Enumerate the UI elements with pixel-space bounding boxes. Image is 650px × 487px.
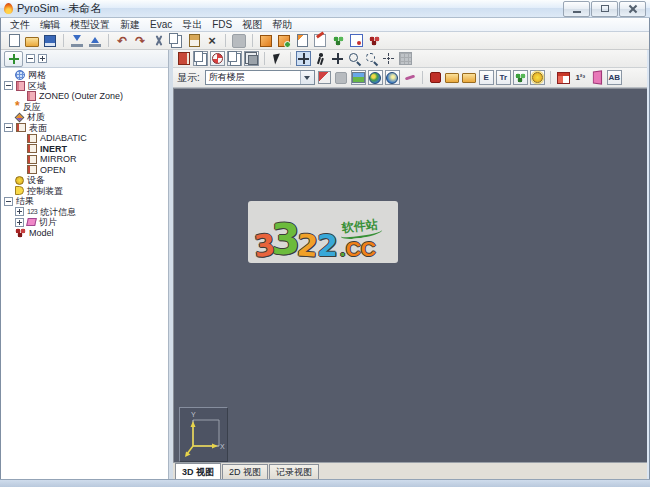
expand-icon[interactable] [15,218,24,227]
floor-filter-dropdown[interactable]: 所有楼层 [205,70,315,85]
tree-item-results[interactable]: 结果 [1,196,168,207]
delete-button[interactable]: × [204,33,220,49]
title-bar[interactable]: PyroSim - 未命名 [0,0,650,18]
tab-3d-view[interactable]: 3D 视图 [175,463,221,479]
door-button[interactable] [590,70,605,85]
tree-item-zones[interactable]: 区域 [1,81,168,92]
pinwheel-button[interactable] [210,51,225,66]
redo-button[interactable]: ↷ [132,33,148,49]
paint-button[interactable] [402,70,417,85]
clipboard-e-icon: E [484,73,489,82]
gray-disabled-icon [335,72,347,84]
orbit-tool-button[interactable] [296,51,311,66]
tree-item-inert[interactable]: INERT [1,144,168,155]
solid-view-button[interactable] [244,51,259,66]
tree-item-zone0[interactable]: ZONE0 (Outer Zone) [1,91,168,102]
molecule-button[interactable] [513,70,528,85]
zoom-tool-button[interactable] [347,51,362,66]
cut-button[interactable] [150,33,166,49]
bring-front-button[interactable] [227,51,242,66]
new-file-button[interactable] [6,33,22,49]
red-book-icon [178,52,190,65]
move-tool-button[interactable] [4,51,23,67]
collapse-icon[interactable] [4,81,13,90]
edit-floors-button[interactable] [317,70,332,85]
undo-button[interactable]: ↶ [114,33,130,49]
thread-button[interactable] [348,33,364,49]
green-molecule-icon [333,36,344,46]
new-slice-button[interactable] [312,33,328,49]
expand-icon[interactable] [15,207,24,216]
save-button[interactable] [42,33,58,49]
tab-record-view[interactable]: 记录视图 [269,464,319,479]
collapse-icon[interactable] [4,197,13,206]
center-view-button[interactable] [381,51,396,66]
layers-button[interactable] [193,51,208,66]
move-arrows-icon [9,54,19,64]
menu-export[interactable]: 导出 [177,18,207,31]
copy-button[interactable] [168,33,184,49]
new-obstruction-button[interactable] [276,33,292,49]
labels-button[interactable]: AB [607,70,622,85]
tree-item-adiabatic[interactable]: ADIABATIC [1,133,168,144]
tree-item-statistics[interactable]: 123 统计信息 [1,207,168,218]
menu-edit[interactable]: 编辑 [35,18,65,31]
tree-item-mesh[interactable]: 网格 [1,70,168,81]
pan-tool-button[interactable] [330,51,345,66]
paste-button[interactable] [186,33,202,49]
tree-item-reactions[interactable]: * 反应 [1,102,168,113]
control-icon [15,186,24,195]
tree-item-controls[interactable]: 控制装置 [1,186,168,197]
notes-button[interactable] [176,51,191,66]
tree-item-slices[interactable]: 切片 [1,217,168,228]
tab-2d-view[interactable]: 2D 视图 [222,464,268,479]
menu-fds[interactable]: FDS [207,18,237,31]
background-image-button[interactable] [351,70,366,85]
sun-button[interactable] [530,70,545,85]
record-fds-button[interactable] [294,33,310,49]
transform-button[interactable]: Tr [496,70,511,85]
toolbar-separator [252,34,253,47]
folder-button[interactable] [445,70,460,85]
tree-item-label: OPEN [40,165,66,175]
export-button[interactable] [87,33,103,49]
tree-item-model[interactable]: Model [1,228,168,239]
clipboard-e-button[interactable]: E [479,70,494,85]
collapse-all-button[interactable] [26,54,35,63]
tree-item-surfaces[interactable]: 表面 [1,123,168,134]
new-mesh-button[interactable] [258,33,274,49]
maximize-icon [601,5,609,12]
expand-all-button[interactable] [38,54,47,63]
close-button[interactable] [619,1,646,17]
new-particle-button[interactable] [330,33,346,49]
import-button[interactable] [69,33,85,49]
table-button[interactable] [556,70,571,85]
numbering-button[interactable]: 1²³ [573,70,588,85]
zoom-box-tool-button[interactable] [364,51,379,66]
export-icon [89,35,101,47]
3d-viewport[interactable]: 3 3 2 2 软件站 .CC Y [173,88,647,462]
select-tool-button[interactable] [270,51,285,66]
menu-new[interactable]: 新建 [115,18,145,31]
maximize-button[interactable] [591,1,618,17]
menu-model-settings[interactable]: 模型设置 [65,18,115,31]
menu-help[interactable]: 帮助 [267,18,297,31]
open-file-button[interactable] [24,33,40,49]
menu-view[interactable]: 视图 [237,18,267,31]
tree-item-open[interactable]: OPEN [1,165,168,176]
globe-sky-button[interactable] [385,70,400,85]
properties-button[interactable] [428,70,443,85]
menu-evac[interactable]: Evac [145,18,177,31]
tree-item-mirror[interactable]: MIRROR [1,154,168,165]
tree-item-materials[interactable]: 材质 [1,112,168,123]
folder-open-button[interactable] [462,70,477,85]
minimize-button[interactable] [563,1,590,17]
tree-item-devices[interactable]: 设备 [1,175,168,186]
pink-door-icon [593,70,602,85]
chevron-down-icon[interactable] [300,71,314,84]
menu-file[interactable]: 文件 [5,18,35,31]
run-simulation-button[interactable] [366,33,382,49]
walk-tool-button[interactable] [313,51,328,66]
collapse-icon[interactable] [4,123,13,132]
globe-terrain-button[interactable] [368,70,383,85]
